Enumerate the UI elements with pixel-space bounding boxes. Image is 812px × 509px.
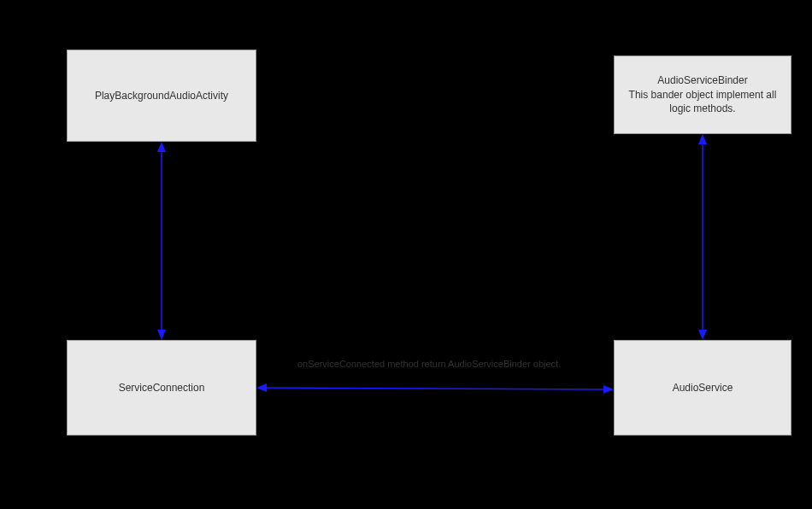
svg-marker-7 (256, 383, 267, 392)
box-audio-service: AudioService (614, 340, 791, 436)
box-label: AudioService (673, 381, 733, 395)
box-play-background-audio-activity: PlayBackgroundAudioActivity (67, 50, 256, 142)
edge-label-on-service-connected: onServiceConnected method return AudioSe… (297, 359, 561, 369)
svg-marker-8 (603, 385, 614, 394)
box-label: PlayBackgroundAudioActivity (95, 89, 228, 103)
box-audio-service-binder: AudioServiceBinder This bander object im… (614, 56, 791, 134)
svg-marker-1 (157, 142, 166, 152)
box-label-line1: AudioServiceBinder (629, 73, 777, 88)
box-label-line3: logic methods. (629, 102, 777, 116)
box-label: ServiceConnection (119, 381, 205, 395)
svg-marker-2 (157, 330, 166, 340)
box-label-line2: This bander object implement all (629, 88, 777, 102)
box-service-connection: ServiceConnection (67, 340, 256, 436)
svg-line-6 (264, 388, 606, 389)
svg-marker-5 (698, 330, 707, 340)
svg-marker-4 (698, 134, 707, 144)
